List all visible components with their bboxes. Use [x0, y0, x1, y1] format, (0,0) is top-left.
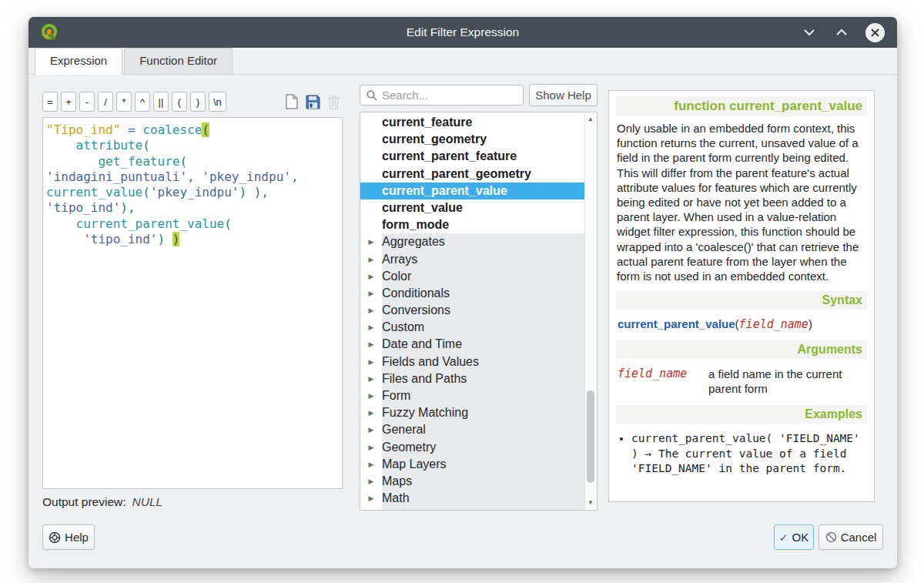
search-icon	[367, 90, 377, 101]
check-icon: ✓	[779, 531, 788, 544]
code-line: attribute(	[46, 138, 339, 153]
help-description: Only usable in an embedded form context,…	[616, 119, 867, 285]
search-input[interactable]	[382, 89, 535, 102]
expand-arrow-icon[interactable]: ▶	[360, 421, 382, 438]
function-group-custom[interactable]: ▶Custom	[360, 319, 584, 336]
function-group-color[interactable]: ▶Color	[360, 268, 584, 285]
delete-expression-icon	[325, 92, 343, 111]
function-search[interactable]	[360, 85, 524, 106]
function-group-general[interactable]: ▶General	[360, 421, 584, 438]
scrollbar-thumb[interactable]	[587, 390, 594, 483]
expand-arrow-icon[interactable]: ▶	[360, 285, 382, 302]
expand-arrow-icon[interactable]: ▶	[360, 251, 382, 268]
argument-name: field_name	[618, 367, 708, 396]
roll-down-icon[interactable]	[801, 24, 818, 41]
window-titlebar[interactable]: Edit Filter Expression	[28, 17, 897, 48]
close-icon[interactable]	[865, 23, 885, 42]
examples-section-header: Examples	[616, 405, 867, 424]
function-group-map-layers[interactable]: ▶Map Layers	[360, 456, 584, 473]
operator-button-/[interactable]: /	[98, 92, 113, 112]
expand-arrow-icon[interactable]: ▶	[360, 456, 382, 473]
new-expression-icon[interactable]	[283, 92, 300, 111]
operator-button-\n[interactable]: \n	[209, 92, 226, 112]
operator-button--[interactable]: -	[79, 92, 95, 112]
tab-bar: Expression Function Editor	[28, 48, 897, 75]
expand-arrow-icon[interactable]: ▶	[360, 490, 382, 507]
function-item-current_parent_feature[interactable]: current_parent_feature	[360, 148, 584, 165]
expand-arrow-icon[interactable]: ▶	[360, 268, 382, 285]
function-group-geometry[interactable]: ▶Geometry	[360, 439, 584, 456]
function-item-current_value[interactable]: current_value	[360, 199, 584, 216]
function-group-label: Math	[382, 490, 584, 507]
function-group-label: Form	[382, 387, 584, 404]
operator-button-([interactable]: (	[172, 92, 187, 112]
syntax-function-name: current_parent_value	[618, 317, 735, 330]
function-group-form[interactable]: ▶Form	[360, 387, 584, 404]
function-group-label: Maps	[382, 473, 584, 490]
function-group-label: Files and Paths	[382, 370, 584, 387]
argument-row: field_name a field name in the current p…	[616, 364, 867, 399]
function-item-current_geometry[interactable]: current_geometry	[360, 131, 584, 148]
output-preview: Output preview:NULL	[42, 495, 162, 509]
operator-button-+[interactable]: +	[61, 92, 76, 112]
scrollbar-down-arrow-icon[interactable]: ▼	[585, 498, 596, 508]
function-group-maps[interactable]: ▶Maps	[360, 473, 584, 490]
example-arrow: →	[638, 447, 658, 460]
expand-arrow-icon[interactable]: ▶	[360, 302, 382, 319]
expand-arrow-icon[interactable]: ▶	[360, 507, 382, 511]
help-button[interactable]: Help	[42, 524, 95, 550]
function-group-label: Conversions	[382, 302, 584, 319]
expand-arrow-icon[interactable]: ▶	[360, 336, 382, 353]
window-title: Edit Filter Expression	[28, 25, 897, 39]
operator-button-=[interactable]: =	[42, 92, 58, 112]
function-group-conversions[interactable]: ▶Conversions	[360, 302, 584, 319]
output-preview-label: Output preview:	[42, 495, 126, 508]
expression-file-toolbar	[283, 91, 343, 112]
expand-arrow-icon[interactable]: ▶	[360, 353, 382, 370]
operator-button-)[interactable]: )	[190, 92, 206, 112]
code-line: "Tipo_ind" = coalesce(	[46, 122, 339, 138]
expression-code-editor[interactable]: "Tipo_ind" = coalesce( attribute( get_fe…	[42, 117, 343, 489]
function-group-fuzzy-matching[interactable]: ▶Fuzzy Matching	[360, 404, 584, 421]
function-group-label: General	[382, 421, 584, 438]
cancel-button[interactable]: Cancel	[819, 524, 883, 550]
expand-arrow-icon[interactable]: ▶	[360, 370, 382, 387]
function-group-files-and-paths[interactable]: ▶Files and Paths	[360, 370, 584, 387]
ok-button[interactable]: ✓ OK	[774, 524, 814, 550]
ok-button-label: OK	[792, 531, 809, 544]
function-list-scrollbar[interactable]: ▲ ▼	[584, 113, 596, 509]
function-item-form_mode[interactable]: form_mode	[360, 216, 584, 233]
syntax-argument: field_name	[739, 317, 808, 331]
syntax-line: current_parent_value(field_name)	[616, 314, 867, 334]
tab-function-editor[interactable]: Function Editor	[124, 48, 233, 74]
operator-button-||[interactable]: ||	[153, 92, 169, 112]
roll-up-icon[interactable]	[833, 24, 850, 41]
help-button-label: Help	[65, 531, 89, 544]
function-group-arrays[interactable]: ▶Arrays	[360, 251, 584, 268]
save-expression-icon[interactable]	[303, 92, 321, 111]
scrollbar-up-arrow-icon[interactable]: ▲	[585, 114, 596, 125]
function-group-operators[interactable]: ▶Operators	[360, 507, 584, 511]
operator-button-*[interactable]: *	[116, 92, 132, 112]
function-item-current_parent_value[interactable]: current_parent_value	[360, 183, 584, 199]
operator-button-^[interactable]: ^	[135, 92, 150, 112]
function-group-label: Map Layers	[382, 456, 584, 473]
function-item-current_parent_geometry[interactable]: current_parent_geometry	[360, 166, 584, 183]
lifebuoy-icon	[49, 531, 61, 544]
function-item-current_feature[interactable]: current_feature	[360, 114, 584, 131]
function-group-date-and-time[interactable]: ▶Date and Time	[360, 336, 584, 353]
function-group-label: Color	[382, 268, 584, 285]
expand-arrow-icon[interactable]: ▶	[360, 439, 382, 456]
expand-arrow-icon[interactable]: ▶	[360, 473, 382, 490]
expand-arrow-icon[interactable]: ▶	[360, 233, 382, 250]
expand-arrow-icon[interactable]: ▶	[360, 319, 382, 336]
tab-expression[interactable]: Expression	[35, 48, 122, 75]
expand-arrow-icon[interactable]: ▶	[360, 387, 382, 404]
function-group-conditionals[interactable]: ▶Conditionals	[360, 285, 584, 302]
function-list: current_featurecurrent_geometrycurrent_p…	[360, 112, 598, 511]
function-group-math[interactable]: ▶Math	[360, 490, 584, 507]
show-help-button[interactable]: Show Help	[529, 84, 598, 106]
function-group-aggregates[interactable]: ▶Aggregates	[360, 233, 584, 250]
function-group-fields-and-values[interactable]: ▶Fields and Values	[360, 353, 584, 370]
expand-arrow-icon[interactable]: ▶	[360, 404, 382, 421]
